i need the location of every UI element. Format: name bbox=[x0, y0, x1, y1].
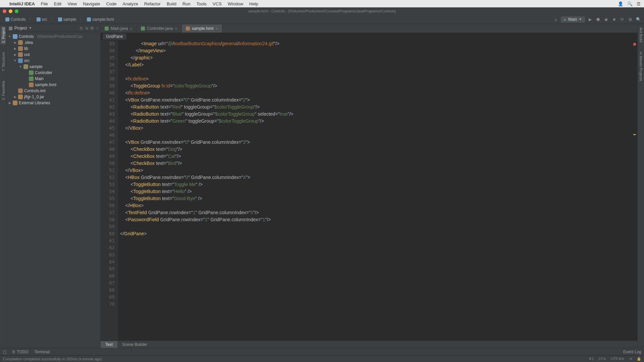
editor-bottom-tabs: TextScene Builder bbox=[101, 341, 637, 348]
menu-icon[interactable]: ☰ bbox=[637, 1, 641, 6]
build-icon[interactable]: ⤓ bbox=[553, 16, 559, 22]
scroll-from-source-icon[interactable]: ⊙ bbox=[79, 26, 83, 31]
run-button[interactable]: ▶ bbox=[587, 16, 593, 22]
structure-tool-button[interactable]: 7: Structure bbox=[1, 51, 6, 73]
debug-button[interactable]: ⬢ bbox=[595, 16, 601, 22]
ant-build-tool-button[interactable]: Ant Build bbox=[638, 26, 644, 44]
user-icon[interactable]: 👤 bbox=[618, 1, 623, 6]
tree-item[interactable]: ▶lib bbox=[7, 46, 100, 52]
navigation-bar: Controls〉src〉sample〉sample.fxml ⤓ ▸ Main… bbox=[0, 15, 644, 24]
window-title: sample.fxml - Controls - [/Volumes/Produ… bbox=[249, 9, 396, 13]
project-sidebar: ▤ Project ▼ ⊙ ⇲ ⚙ − ▼ Controls /Volumes/… bbox=[7, 24, 101, 348]
line-separator[interactable]: LF≑ bbox=[599, 357, 606, 361]
menu-file[interactable]: File bbox=[41, 1, 48, 6]
project-title: Project bbox=[14, 26, 27, 31]
project-tool-button[interactable]: 1: Project bbox=[1, 26, 6, 44]
todo-tool-button[interactable]: 6: TODO bbox=[12, 350, 29, 354]
menu-build[interactable]: Build bbox=[167, 1, 176, 6]
right-tool-strip: Ant Build m Maven Projects bbox=[637, 24, 644, 348]
lock-icon[interactable]: 🔒 bbox=[637, 357, 641, 361]
warning-stripe-marker[interactable] bbox=[633, 134, 636, 135]
event-log-tool-button[interactable]: Event Log bbox=[623, 350, 641, 354]
menu-edit[interactable]: Edit bbox=[54, 1, 61, 6]
tree-item[interactable]: sample.fxml bbox=[7, 82, 100, 88]
chevron-down-icon: ▼ bbox=[579, 18, 582, 21]
menu-navigate[interactable]: Navigate bbox=[83, 1, 100, 6]
search-everywhere-icon[interactable]: 🔍 bbox=[635, 16, 641, 22]
tree-item[interactable]: ▼sample bbox=[7, 64, 100, 70]
tree-item[interactable]: ▼src bbox=[7, 58, 100, 64]
menu-tools[interactable]: Tools bbox=[197, 1, 207, 6]
indent-indicator[interactable]: ⇥ bbox=[629, 357, 632, 361]
favorites-tool-button[interactable]: 2: Favorites bbox=[1, 79, 6, 101]
menu-help[interactable]: Help bbox=[249, 1, 258, 6]
code-content[interactable]: <Image url="@/toolbarButtonGraphics/gene… bbox=[118, 40, 637, 341]
maven-tool-button[interactable]: m Maven Projects bbox=[638, 50, 644, 82]
breadcrumb-sample.fxml[interactable]: sample.fxml bbox=[84, 16, 116, 23]
terminal-tool-button[interactable]: Terminal bbox=[35, 350, 50, 354]
stop-button[interactable]: ■ bbox=[611, 16, 617, 22]
file-encoding[interactable]: UTF-8≑ bbox=[611, 357, 624, 361]
minimize-icon[interactable] bbox=[9, 9, 12, 13]
tree-item[interactable]: Controller bbox=[7, 70, 100, 76]
app-name[interactable]: IntelliJ IDEA bbox=[9, 1, 35, 6]
maximize-icon[interactable] bbox=[15, 9, 18, 13]
traffic-lights[interactable] bbox=[3, 9, 18, 13]
menu-analyze[interactable]: Analyze bbox=[123, 1, 138, 6]
spotlight-icon[interactable]: 🔍 bbox=[627, 1, 633, 6]
error-stripe-marker[interactable] bbox=[633, 43, 636, 46]
editor-tab[interactable]: Main.java✕ bbox=[101, 24, 137, 33]
menu-run[interactable]: Run bbox=[182, 1, 191, 6]
breadcrumb-sample[interactable]: sample bbox=[55, 16, 79, 23]
tree-item[interactable]: ▶.idea bbox=[7, 40, 100, 46]
gear-icon[interactable]: ⚙ bbox=[90, 26, 94, 31]
bottom-tab-text[interactable]: Text bbox=[101, 341, 117, 348]
code-editor[interactable]: 33 34 35 36 37 38 39 40 41 42 43 44 45 4… bbox=[101, 40, 637, 341]
hide-icon[interactable]: − bbox=[96, 26, 98, 31]
macos-menubar: IntelliJ IDEA FileEditViewNavigateCodeAn… bbox=[0, 0, 644, 7]
breadcrumb-src[interactable]: src bbox=[34, 16, 50, 23]
tree-root[interactable]: ▼ Controls /Volumes/Production/Cou bbox=[7, 34, 100, 40]
tree-item[interactable]: ▶jlfgr-1_0.jar bbox=[7, 94, 100, 100]
bottom-tool-strip: ▢ 6: TODO Terminal Event Log bbox=[0, 348, 644, 355]
quick-access-icon[interactable]: ▢ bbox=[3, 350, 6, 354]
close-tab-icon[interactable]: ✕ bbox=[130, 27, 132, 31]
status-message: Compilation completed successfully in 15… bbox=[3, 357, 102, 361]
close-icon[interactable] bbox=[3, 9, 6, 13]
left-tool-strip: 1: Project 7: Structure 2: Favorites bbox=[0, 24, 7, 348]
menu-view[interactable]: View bbox=[67, 1, 77, 6]
breadcrumb-controls[interactable]: Controls bbox=[3, 16, 29, 23]
chevron-down-icon[interactable]: ▼ bbox=[29, 26, 32, 29]
tree-item[interactable]: ▶External Libraries bbox=[7, 100, 100, 106]
tree-item[interactable]: ▶out bbox=[7, 52, 100, 58]
window-titlebar: sample.fxml - Controls - [/Volumes/Produ… bbox=[0, 7, 644, 15]
editor-tabs: Main.java✕Controller.java✕sample.fxml✕ bbox=[101, 24, 637, 33]
breadcrumbs: GridPane bbox=[101, 33, 637, 40]
close-tab-icon[interactable]: ✕ bbox=[215, 27, 218, 31]
project-view-icon[interactable]: ▤ bbox=[9, 26, 12, 31]
close-tab-icon[interactable]: ✕ bbox=[175, 27, 177, 31]
editor-tab[interactable]: sample.fxml✕ bbox=[182, 24, 222, 33]
line-gutter[interactable]: 33 34 35 36 37 38 39 40 41 42 43 44 45 4… bbox=[101, 40, 118, 341]
cursor-position[interactable]: 4:1 bbox=[589, 357, 594, 361]
tree-item[interactable]: Controls.iml bbox=[7, 88, 100, 94]
coverage-button[interactable]: ◉ bbox=[603, 16, 609, 22]
tree-item[interactable]: Main bbox=[7, 76, 100, 82]
status-bar: Compilation completed successfully in 15… bbox=[0, 355, 644, 362]
collapse-all-icon[interactable]: ⇲ bbox=[85, 26, 88, 31]
menu-window[interactable]: Window bbox=[228, 1, 243, 6]
project-header: ▤ Project ▼ ⊙ ⇲ ⚙ − bbox=[7, 24, 100, 32]
editor-area: Main.java✕Controller.java✕sample.fxml✕ G… bbox=[101, 24, 637, 348]
editor-tab[interactable]: Controller.java✕ bbox=[137, 24, 182, 33]
bottom-tab-scene-builder[interactable]: Scene Builder bbox=[117, 341, 152, 348]
breadcrumb-item[interactable]: GridPane bbox=[103, 34, 126, 40]
menu-code[interactable]: Code bbox=[106, 1, 116, 6]
menu-refactor[interactable]: Refactor bbox=[144, 1, 161, 6]
run-arrow-icon: ▸ bbox=[564, 17, 566, 22]
structure-button[interactable]: ⊞ bbox=[627, 16, 633, 22]
menu-vcs[interactable]: VCS bbox=[213, 1, 222, 6]
run-config-selector[interactable]: ▸ Main ▼ bbox=[561, 16, 585, 22]
project-tree[interactable]: ▼ Controls /Volumes/Production/Cou ▶.ide… bbox=[7, 32, 100, 107]
update-button[interactable]: ⟳ bbox=[619, 16, 625, 22]
